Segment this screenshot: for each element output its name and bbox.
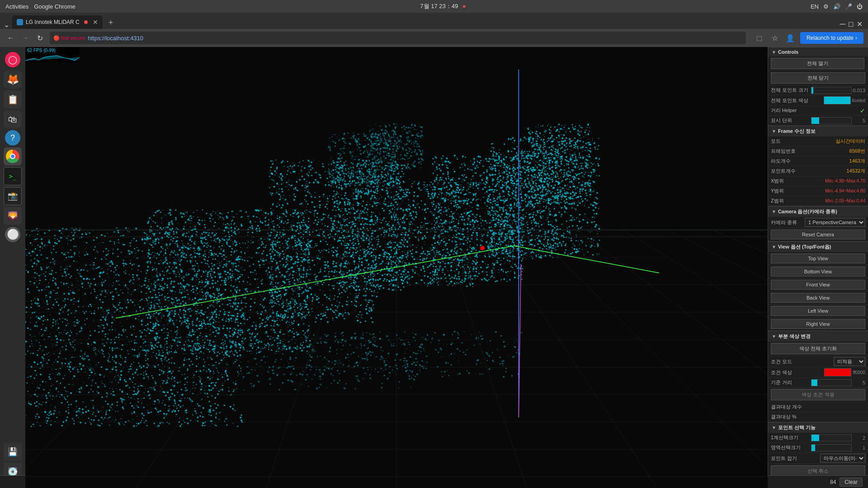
- distance-helper-label: 거리 Helper: [771, 107, 858, 114]
- z-range-row: Z범위 Min:-2.05~Max:0.44: [768, 196, 868, 206]
- taskbar-ubuntu[interactable]: ◯: [4, 51, 22, 69]
- base-distance-value: 5: [852, 380, 865, 385]
- y-range-label: Y범위: [771, 188, 825, 194]
- color-change-section-header[interactable]: ▼ 부분 색상 변경: [768, 331, 868, 342]
- taskbar-screenshot[interactable]: 📸: [4, 187, 22, 205]
- url-bar[interactable]: 🔴 Not secure https://localhost:4310: [50, 32, 746, 44]
- maximize-button[interactable]: ☐: [848, 21, 854, 28]
- back-button[interactable]: ←: [5, 32, 17, 44]
- controls-panel: ▼ Controls 전체 열기 전체 닫기 전체 포인트 크기 0.013 전…: [768, 47, 868, 488]
- bottom-clear-button[interactable]: Clear: [840, 478, 863, 487]
- frame-section-header[interactable]: ▼ Frame 수신 정보: [768, 126, 868, 136]
- activities-label[interactable]: Activities: [5, 3, 28, 10]
- browser-name-label: Google Chrome: [34, 3, 75, 10]
- 3d-viewport[interactable]: 62 FPS (0-99): [25, 47, 768, 488]
- settings-icon: ⚙: [823, 3, 829, 10]
- view-section-header[interactable]: ▼ View 옵션 (Top/Font옵): [768, 241, 868, 252]
- tab-list-button[interactable]: ⌄: [4, 20, 9, 29]
- taskbar-help[interactable]: ?: [5, 130, 20, 145]
- point-select-section-label: 포인트 선택 기능: [778, 424, 816, 431]
- display-unit-label: 표시 단위: [771, 117, 811, 124]
- point-grab-select[interactable]: 마우스이동(미선택): [820, 454, 865, 463]
- new-tab-button[interactable]: +: [104, 16, 117, 29]
- condition-color-hex: ff0000: [853, 370, 865, 375]
- camera-type-row: 카메라 종류 1 PerspectiveCamera: [768, 217, 868, 228]
- point-select-section-header[interactable]: ▼ 포인트 선택 기능: [768, 422, 868, 433]
- bottom-count: 84: [830, 479, 836, 485]
- taskbar-terminal[interactable]: >_: [4, 167, 22, 185]
- tab-bar: ⌄ LG Innotek MLiDAR C ✕ + ─ ☐ ✕: [0, 13, 868, 29]
- front-view-row: Front View: [768, 278, 868, 291]
- top-view-button[interactable]: Top View: [771, 253, 865, 263]
- taskbar-chrome[interactable]: [4, 147, 22, 165]
- volume-icon: 🔊: [833, 3, 840, 10]
- open-all-button[interactable]: 전체 열기: [771, 58, 864, 69]
- taskbar-drive[interactable]: 💾: [4, 443, 22, 461]
- back-view-button[interactable]: Back View: [771, 293, 865, 303]
- not-secure-indicator: 🔴 Not secure: [53, 35, 85, 41]
- controls-header[interactable]: ▼ Controls: [768, 47, 868, 56]
- area-select-size-label: 영역선택크기: [771, 444, 811, 451]
- condition-mode-select[interactable]: 미적용: [834, 357, 865, 366]
- y-range-value: Min:-4.94~Max:4.80: [825, 188, 865, 193]
- mic-icon: 🎤: [845, 3, 852, 10]
- relaunch-button[interactable]: Relaunch to update ›: [800, 32, 863, 44]
- tab-item[interactable]: LG Innotek MLiDAR C ✕: [12, 15, 103, 29]
- screen-cast-icon[interactable]: ⬚: [753, 32, 766, 44]
- browser-chrome: ⌄ LG Innotek MLiDAR C ✕ + ─ ☐ ✕ ← → ↻ 🔴 …: [0, 13, 868, 47]
- recording-dot: ●: [462, 3, 466, 9]
- minimize-button[interactable]: ─: [840, 19, 845, 29]
- top-view-row: Top View: [768, 252, 868, 265]
- apply-color-button[interactable]: 색상 조건 적용: [771, 389, 865, 400]
- select-size-1-row: 1계선택크기 2: [768, 433, 868, 443]
- left-view-button[interactable]: Left View: [771, 306, 865, 316]
- x-range-label: X범위: [771, 178, 825, 184]
- close-tab-icon[interactable]: ✕: [93, 19, 98, 26]
- taskbar-files[interactable]: 📋: [4, 90, 22, 108]
- area-select-size-row: 영역선택크기 1: [768, 443, 868, 453]
- condition-mode-row: 조건 모드 미적용: [768, 356, 868, 367]
- url-text: https://localhost:4310: [88, 35, 143, 42]
- reset-camera-row: Reset Camera: [768, 228, 868, 241]
- bottom-view-button[interactable]: Bottom View: [771, 267, 865, 277]
- camera-section-label: Camera 옵션(카메라 종류): [778, 208, 837, 215]
- taskbar-appstore[interactable]: 🛍: [4, 110, 22, 128]
- camera-type-label: 카메라 종류: [771, 219, 805, 226]
- z-range-label: Z범위: [771, 197, 825, 204]
- reset-all-colors-row: 색상 전체 초기화: [768, 342, 868, 356]
- frame-no-label: 프레임번호: [771, 148, 849, 155]
- result-count-label: 결과대상 개수: [771, 404, 865, 410]
- close-all-button[interactable]: 전체 닫기: [771, 72, 865, 84]
- reset-camera-button[interactable]: Reset Camera: [771, 230, 865, 239]
- distance-helper-checkbox[interactable]: ✓: [860, 107, 865, 114]
- base-distance-label: 기준 거리: [771, 379, 811, 386]
- close-button[interactable]: ✕: [857, 20, 863, 28]
- forward-button[interactable]: →: [19, 32, 32, 44]
- condition-mode-label: 조건 모드: [771, 358, 834, 365]
- language-label: EN: [811, 3, 819, 10]
- point-cloud-canvas[interactable]: [25, 47, 768, 488]
- result-percent-label: 결과대상 %: [771, 413, 865, 420]
- frame-no-row: 프레임번호 8568번: [768, 146, 868, 156]
- relaunch-label: Relaunch to update: [807, 35, 854, 41]
- reset-all-colors-button[interactable]: 색상 전체 초기화: [771, 343, 865, 354]
- account-icon[interactable]: 👤: [784, 32, 797, 44]
- front-view-button[interactable]: Front View: [771, 280, 865, 290]
- taskbar-image[interactable]: 🌄: [4, 207, 22, 225]
- camera-section-header[interactable]: ▼ Camera 옵션(카메라 종류): [768, 206, 868, 217]
- radar-count-row: 라도개수 1463개: [768, 156, 868, 166]
- taskbar-ball[interactable]: ⚪: [5, 227, 20, 242]
- point-size-row: 전체 포인트 크기 0.013: [768, 85, 868, 95]
- taskbar: ◯ 🦊 📋 🛍 ? >_ 📸: [0, 47, 25, 488]
- condition-color-swatch[interactable]: [824, 368, 851, 376]
- os-bar: Activities Google Chrome 7월 17 23：49 ● E…: [0, 0, 868, 13]
- bookmark-icon[interactable]: ☆: [769, 32, 781, 44]
- mode-row: 모드 실시간데이터: [768, 136, 868, 146]
- right-view-button[interactable]: Right View: [771, 319, 865, 329]
- point-grab-label: 포인트 잡기: [771, 455, 820, 462]
- taskbar-firefox[interactable]: 🦊: [4, 70, 22, 89]
- select-size-1-label: 1계선택크기: [771, 434, 811, 441]
- camera-type-select[interactable]: 1 PerspectiveCamera: [805, 218, 865, 227]
- reload-button[interactable]: ↻: [33, 32, 46, 44]
- point-color-swatch[interactable]: [824, 96, 851, 104]
